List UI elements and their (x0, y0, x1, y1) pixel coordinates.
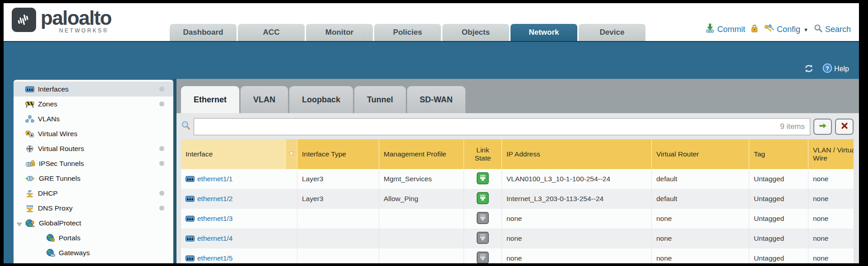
col-tag[interactable]: Tag (749, 139, 808, 169)
sidebar-splitter[interactable] (173, 79, 176, 263)
sidebar-item-label: GRE Tunnels (39, 174, 80, 183)
col-vlan-virtual-wire[interactable]: VLAN / Virtual Wire (808, 139, 854, 169)
table-row[interactable]: ethernet1/2Layer3Allow_PingInternet_L3_2… (181, 189, 854, 209)
help-label: Help (834, 65, 849, 73)
lock-icon[interactable] (751, 24, 758, 35)
sidebar-item-portals[interactable]: Portals (14, 230, 173, 245)
sort-dropdown[interactable] (286, 139, 297, 169)
table-row[interactable]: ethernet1/5nonenoneUntaggednone (181, 248, 854, 263)
sidebar-item-dns-proxy[interactable]: DNSDNS Proxy (14, 201, 173, 216)
search-button[interactable]: Search (814, 24, 851, 35)
apply-filter-button[interactable] (813, 119, 832, 135)
config-menu-button[interactable]: Config ▼ (764, 24, 808, 35)
search-field-icon (181, 121, 191, 131)
tab-device[interactable]: Device (579, 24, 645, 41)
table-row[interactable]: ethernet1/3nonenoneUntaggednone (181, 209, 854, 229)
commit-button[interactable]: Commit (705, 23, 745, 36)
header-utilities: Commit Config ▼ Search (705, 23, 851, 36)
cell-link-state (464, 248, 502, 263)
search-label: Search (825, 25, 851, 34)
sidebar-item-virtual-wires[interactable]: Virtual Wires (14, 126, 173, 141)
virtual-routers-icon (25, 145, 34, 152)
expander-icon[interactable] (17, 220, 22, 229)
sidebar-item-globalprotect[interactable]: GlobalProtect (14, 216, 173, 230)
clear-filter-button[interactable] (835, 119, 854, 135)
interface-link[interactable]: ethernet1/3 (197, 215, 232, 222)
sidebar-item-label: DHCP (38, 189, 58, 197)
tab-objects[interactable]: Objects (442, 24, 509, 41)
filter-search-icon (181, 121, 191, 133)
cell-vlan-wire: none (808, 209, 854, 229)
subtab-sd-wan[interactable]: SD-WAN (407, 86, 465, 113)
col-interface[interactable]: Interface (181, 139, 286, 169)
subtab-tunnel[interactable]: Tunnel (354, 86, 406, 113)
main-tabs: DashboardACCMonitorPoliciesObjectsNetwor… (170, 24, 645, 41)
refresh-icon[interactable] (803, 64, 814, 75)
cell-link-state (464, 209, 502, 229)
paloalto-logo-icon (12, 8, 36, 32)
content-area: EthernetVLANLoopbackTunnelSD-WAN 9 items (176, 79, 859, 263)
interfaces-table-wrap: Interface Interface Type Management Prof… (181, 139, 854, 263)
interface-link[interactable]: ethernet1/5 (197, 254, 232, 262)
sidebar-item-virtual-routers[interactable]: Virtual Routers (14, 141, 173, 156)
cell-interface: ethernet1/5 (181, 248, 297, 263)
cell-virtual-router: default (652, 189, 749, 209)
col-ip-address[interactable]: IP Address (502, 139, 652, 169)
col-management-profile[interactable]: Management Profile (379, 139, 464, 169)
sidebar-item-gre-tunnels[interactable]: GRE Tunnels (14, 171, 173, 186)
search-icon (814, 24, 823, 35)
tab-monitor[interactable]: Monitor (306, 24, 373, 41)
help-button[interactable]: ? Help (822, 63, 849, 75)
close-icon (841, 122, 848, 131)
sidebar-item-zones[interactable]: Zones (14, 96, 173, 111)
subtab-vlan[interactable]: VLAN (241, 86, 288, 113)
col-virtual-router[interactable]: Virtual Router (652, 139, 749, 169)
tab-acc[interactable]: ACC (238, 24, 305, 41)
cell-tag: Untagged (749, 189, 808, 209)
interface-link[interactable]: ethernet1/1 (197, 175, 232, 183)
config-label: Config (777, 25, 800, 34)
cell-tag: Untagged (749, 169, 808, 189)
sidebar-item-label: Portals (59, 234, 80, 242)
ethernet-port-icon (186, 235, 195, 242)
interface-link[interactable]: ethernet1/4 (197, 234, 232, 242)
table-row[interactable]: ethernet1/1Layer3Mgmt_ServicesVLAN0100_L… (181, 169, 854, 189)
cell-management-profile (379, 209, 464, 229)
subtab-ethernet[interactable]: Ethernet (181, 86, 239, 113)
sidebar-item-label: DNS Proxy (38, 204, 73, 212)
sidebar-item-label: Virtual Wires (38, 130, 78, 138)
cell-link-state (464, 229, 502, 248)
content-body: 9 items (176, 113, 859, 263)
ipsec-tunnels-icon (25, 160, 35, 167)
sidebar-item-interfaces[interactable]: Interfaces (14, 82, 173, 96)
col-link-state[interactable]: Link State (464, 139, 502, 169)
col-interface-type[interactable]: Interface Type (297, 139, 379, 169)
top-header: paloalto NETWORKS® DashboardACCMonitorPo… (4, 3, 859, 41)
cell-ip-address: none (502, 229, 652, 248)
filter-input[interactable] (194, 118, 810, 135)
sidebar-item-gateways[interactable]: Gateways (14, 245, 173, 260)
filter-bar: 9 items (181, 117, 854, 137)
sidebar-item-ipsec-tunnels[interactable]: IPSec Tunnels (14, 156, 173, 171)
portals-icon (46, 234, 55, 242)
cell-tag: Untagged (749, 248, 808, 263)
cell-management-profile (379, 229, 464, 248)
filter-search-box: 9 items (194, 118, 810, 135)
sidebar-item-vlans[interactable]: VLANs (14, 111, 173, 126)
cell-interface: ethernet1/2 (181, 189, 297, 209)
interface-link[interactable]: ethernet1/2 (197, 195, 232, 202)
table-row[interactable]: ethernet1/4nonenoneUntaggednone (181, 229, 854, 248)
sort-arrow-icon (288, 150, 295, 158)
cell-vlan-wire: none (808, 229, 854, 248)
sidebar-item-label: Gateways (59, 249, 90, 257)
sidebar-item-dhcp[interactable]: IPDHCP (14, 186, 173, 201)
dns-proxy-icon: DNS (25, 204, 34, 212)
status-dot (159, 191, 164, 196)
virtual-wires-icon (25, 130, 34, 138)
tab-network[interactable]: Network (511, 24, 577, 41)
tab-policies[interactable]: Policies (374, 24, 441, 41)
subtab-loopback[interactable]: Loopback (289, 86, 353, 113)
ethernet-port-icon (186, 176, 195, 182)
tab-dashboard[interactable]: Dashboard (170, 24, 237, 41)
link-state-down-icon (477, 232, 489, 244)
